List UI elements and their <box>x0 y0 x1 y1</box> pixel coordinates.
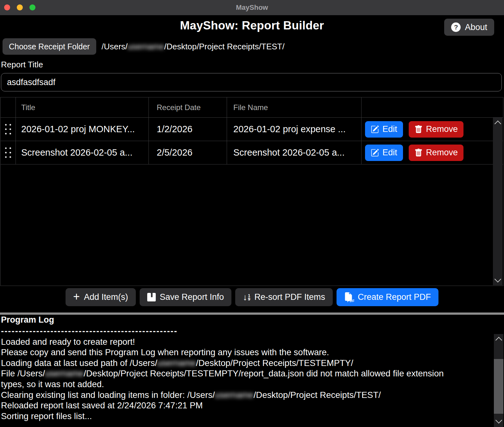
path-prefix: /Users/ <box>102 42 128 51</box>
page-title: MayShow: Report Builder <box>0 19 504 32</box>
scroll-up-icon[interactable] <box>495 337 502 343</box>
save-report-info-label: Save Report Info <box>160 292 224 302</box>
table-scrollbar[interactable] <box>493 118 502 285</box>
program-log: ----------------------------------------… <box>1 326 491 427</box>
redacted-username: username <box>128 42 164 51</box>
log-line: Clearing existing list and loading items… <box>1 390 491 400</box>
path-suffix: /Desktop/Project Receipts/TEST/ <box>164 42 285 51</box>
edit-button-label: Edit <box>382 124 397 134</box>
zoom-window-button[interactable] <box>29 4 35 10</box>
row-date-cell: 1/2/2026 <box>148 118 227 141</box>
remove-button[interactable]: Remove <box>409 145 464 161</box>
receipt-folder-path: /Users/username/Desktop/Project Receipts… <box>102 42 285 52</box>
window-title: MayShow <box>236 3 268 12</box>
pencil-square-icon <box>371 125 379 133</box>
trash-icon <box>414 125 423 133</box>
about-button-label: About <box>465 22 487 32</box>
column-header-actions <box>361 97 503 117</box>
drag-handle-column-header <box>1 97 16 117</box>
titlebar[interactable]: MayShow <box>0 0 504 15</box>
bottom-toolbar: + Add Item(s) Save Report Info ↓ 1 9 Re-… <box>0 288 504 306</box>
log-line: types, so it was not added. <box>1 379 491 390</box>
row-date-cell: 2/5/2026 <box>148 141 227 164</box>
log-splitter-handle[interactable] <box>0 313 504 315</box>
resort-pdf-items-label: Re-sort PDF Items <box>254 292 325 302</box>
log-line: Loaded and ready to create report! <box>1 337 491 347</box>
add-items-label: Add Item(s) <box>84 292 128 302</box>
scrollbar-thumb[interactable] <box>494 359 503 414</box>
report-items-table: Title Receipt Date File Name 2026-01-02 … <box>0 97 503 286</box>
pdf-badge-label: PDF <box>347 299 355 303</box>
row-title-cell: 2026-01-02 proj MONKEY... <box>16 118 148 141</box>
save-floppy-icon <box>147 293 156 301</box>
minimize-window-button[interactable] <box>17 4 23 10</box>
close-window-button[interactable] <box>4 4 10 10</box>
scroll-down-icon[interactable] <box>495 417 502 424</box>
about-button[interactable]: ? About <box>444 19 494 36</box>
create-report-pdf-button[interactable]: PDF Create Report PDF <box>337 288 438 306</box>
save-report-info-button[interactable]: Save Report Info <box>140 288 232 306</box>
drag-handle-icon[interactable] <box>5 147 11 158</box>
log-line: Sorting report files list... <box>1 411 491 422</box>
pdf-file-icon: PDF <box>344 292 354 302</box>
redacted-username: username <box>45 368 84 378</box>
report-title-input[interactable] <box>1 73 502 91</box>
traffic-lights <box>4 4 35 10</box>
edit-button[interactable]: Edit <box>365 145 403 161</box>
log-line: File /Users/username/Desktop/Project Rec… <box>1 368 491 379</box>
program-log-title: Program Log <box>1 315 54 325</box>
log-line: Loading data at last used path of /Users… <box>1 358 491 368</box>
folder-row: Choose Receipt Folder /Users/username/De… <box>3 38 285 55</box>
row-file-cell: 2026-01-02 proj expense ... <box>227 118 361 141</box>
question-mark-icon: ? <box>451 22 461 32</box>
resort-pdf-items-button[interactable]: ↓ 1 9 Re-sort PDF Items <box>235 288 333 306</box>
column-header-file-name: File Name <box>227 97 361 117</box>
edit-button-label: Edit <box>382 148 397 158</box>
scroll-down-icon[interactable] <box>494 276 501 282</box>
log-line: Please copy and send this Program Log wh… <box>1 347 491 358</box>
report-title-label: Report Title <box>1 60 43 70</box>
add-items-button[interactable]: + Add Item(s) <box>66 288 136 306</box>
row-file-cell: Screenshot 2026-02-05 a... <box>227 141 361 164</box>
redacted-username: username <box>215 390 254 400</box>
log-separator-line: ----------------------------------------… <box>1 326 491 337</box>
remove-button[interactable]: Remove <box>409 121 464 138</box>
remove-button-label: Remove <box>426 124 458 134</box>
row-title-cell: Screenshot 2026-02-05 a... <box>16 141 148 164</box>
sort-numeric-down-icon: ↓ 1 9 <box>243 293 250 302</box>
drag-handle-icon[interactable] <box>5 124 11 134</box>
plus-icon: + <box>73 291 80 302</box>
edit-button[interactable]: Edit <box>365 121 403 138</box>
table-row: Screenshot 2026-02-05 a... 2/5/2026 Scre… <box>1 141 503 164</box>
table-header-row: Title Receipt Date File Name <box>1 97 503 118</box>
log-line: Reloaded report last saved at 2/24/2026 … <box>1 400 491 411</box>
log-scrollbar[interactable] <box>494 334 503 427</box>
pencil-square-icon <box>371 149 379 157</box>
table-row: 2026-01-02 proj MONKEY... 1/2/2026 2026-… <box>1 118 503 141</box>
redacted-username: username <box>157 358 196 368</box>
column-header-receipt-date: Receipt Date <box>148 97 227 117</box>
app-window: MayShow MayShow: Report Builder ? About … <box>0 0 504 427</box>
remove-button-label: Remove <box>426 148 458 158</box>
trash-icon <box>414 149 423 157</box>
column-header-title: Title <box>16 97 148 117</box>
scroll-up-icon[interactable] <box>494 121 501 127</box>
create-report-pdf-label: Create Report PDF <box>358 292 431 302</box>
choose-receipt-folder-button[interactable]: Choose Receipt Folder <box>3 38 96 55</box>
